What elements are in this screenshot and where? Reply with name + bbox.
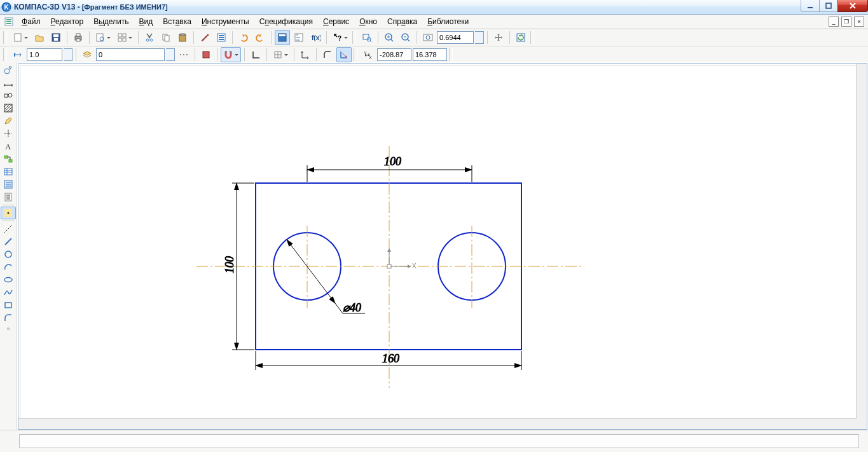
zoom-out-button[interactable] bbox=[398, 30, 413, 45]
dim-diameter: ⌀40 bbox=[343, 301, 361, 314]
round-button[interactable] bbox=[320, 47, 335, 62]
param-button[interactable] bbox=[336, 47, 352, 62]
toolbar-grip[interactable] bbox=[449, 48, 453, 61]
toolbar-grip[interactable] bbox=[3, 31, 7, 44]
spec-tool[interactable] bbox=[1, 178, 16, 191]
link-tool[interactable] bbox=[1, 153, 16, 165]
brush-button[interactable] bbox=[197, 30, 212, 45]
app-menu-icon[interactable] bbox=[1, 14, 17, 29]
line-scale-dropdown[interactable] bbox=[64, 48, 72, 61]
line-scale-input[interactable] bbox=[27, 48, 62, 61]
zoom-in-button[interactable] bbox=[382, 30, 397, 45]
variables-button[interactable]: f(x) bbox=[308, 30, 323, 45]
style-input[interactable] bbox=[96, 48, 165, 61]
point-tool[interactable] bbox=[1, 207, 16, 219]
mdi-restore[interactable]: ❐ bbox=[841, 17, 851, 27]
svg-line-85 bbox=[335, 303, 343, 313]
canvas[interactable]: 100 100 160 ⌀40 X bbox=[18, 63, 867, 430]
manager-button[interactable] bbox=[275, 30, 290, 45]
layer-button[interactable] bbox=[79, 47, 95, 62]
svg-rect-58 bbox=[4, 156, 8, 158]
toolbar-grip[interactable] bbox=[354, 48, 357, 61]
menu-editor[interactable]: Редактор bbox=[46, 16, 89, 27]
coord-x-input[interactable] bbox=[377, 48, 411, 61]
minimize-button[interactable] bbox=[801, 0, 820, 12]
snap-toggle-button[interactable] bbox=[221, 47, 241, 62]
toolbar-grip[interactable] bbox=[352, 31, 356, 44]
status-panel bbox=[19, 434, 859, 448]
help-context-button[interactable]: ? bbox=[330, 30, 350, 45]
pan-button[interactable] bbox=[491, 30, 506, 45]
toolbar-grip[interactable] bbox=[530, 31, 534, 44]
open-button[interactable] bbox=[32, 30, 47, 45]
symbol-tool[interactable] bbox=[1, 89, 16, 102]
circle-tool[interactable] bbox=[1, 248, 16, 261]
tree-button[interactable] bbox=[291, 30, 307, 45]
scrollbar-horizontal[interactable] bbox=[18, 418, 857, 429]
text-tool[interactable]: A bbox=[1, 140, 16, 153]
vertical-toolbox: A » bbox=[0, 62, 17, 430]
ellipse-tool[interactable] bbox=[1, 273, 16, 286]
scrollbar-vertical[interactable] bbox=[856, 64, 867, 419]
menu-tools[interactable]: Инструменты bbox=[196, 16, 254, 27]
paste-button[interactable] bbox=[175, 30, 190, 45]
menu-select[interactable]: Выделить bbox=[88, 16, 134, 27]
spline-tool[interactable] bbox=[1, 286, 16, 299]
geometry-tool[interactable] bbox=[1, 64, 16, 76]
arc-tool[interactable] bbox=[1, 261, 16, 273]
report-tool[interactable] bbox=[1, 191, 16, 203]
table-tool[interactable] bbox=[1, 165, 16, 178]
coord-y-input[interactable] bbox=[413, 48, 447, 61]
style-dropdown[interactable] bbox=[166, 48, 175, 61]
ortho-button[interactable] bbox=[248, 47, 263, 62]
drawing-mgr-button[interactable] bbox=[114, 30, 135, 45]
properties-button[interactable] bbox=[214, 30, 229, 45]
dimension-tool[interactable] bbox=[1, 76, 16, 89]
save-button[interactable] bbox=[48, 30, 64, 45]
zoom-dropdown[interactable] bbox=[475, 31, 484, 44]
menu-help[interactable]: Справка bbox=[382, 16, 422, 27]
more-tools-chevron[interactable]: » bbox=[6, 325, 10, 332]
svg-rect-54 bbox=[4, 94, 8, 97]
line-tool[interactable] bbox=[1, 235, 16, 248]
local-cs-button[interactable] bbox=[298, 47, 313, 62]
svg-point-55 bbox=[8, 93, 12, 97]
svg-rect-43 bbox=[14, 53, 15, 57]
menu-service[interactable]: Сервис bbox=[318, 16, 354, 27]
mdi-close[interactable]: × bbox=[854, 17, 864, 27]
svg-point-44 bbox=[180, 54, 181, 55]
menu-spec[interactable]: Спецификация bbox=[254, 16, 318, 27]
copy-button[interactable] bbox=[158, 30, 174, 45]
hatch-tool[interactable] bbox=[1, 102, 16, 114]
maximize-button[interactable] bbox=[819, 0, 838, 12]
preview-button[interactable] bbox=[93, 30, 113, 45]
zoom-window-button[interactable] bbox=[359, 30, 375, 45]
mdi-minimize[interactable]: _ bbox=[829, 17, 839, 27]
fillet-tool[interactable] bbox=[1, 312, 16, 324]
edit-tool[interactable] bbox=[1, 114, 16, 127]
redo-button[interactable] bbox=[252, 30, 268, 45]
cut-button[interactable] bbox=[142, 30, 157, 45]
close-button[interactable] bbox=[837, 0, 868, 12]
zoom-fit-button[interactable] bbox=[420, 30, 436, 45]
new-button[interactable] bbox=[10, 30, 31, 45]
toolbar-grip[interactable] bbox=[3, 48, 7, 61]
document-title: [Фрагмент БЕЗ ИМЕНИ7] bbox=[82, 3, 168, 11]
step-button[interactable] bbox=[10, 47, 25, 62]
axis-tool[interactable] bbox=[1, 127, 16, 140]
menu-window[interactable]: Окно bbox=[354, 16, 382, 27]
aux-line-tool[interactable] bbox=[1, 223, 16, 235]
menu-view[interactable]: Вид bbox=[134, 16, 158, 27]
style-more-button[interactable] bbox=[176, 47, 191, 62]
svg-text:K: K bbox=[4, 4, 9, 11]
zoom-input[interactable] bbox=[437, 31, 474, 44]
print-button[interactable] bbox=[71, 30, 86, 45]
grid-button[interactable] bbox=[270, 47, 291, 62]
stop-button[interactable] bbox=[198, 47, 214, 62]
undo-button[interactable] bbox=[236, 30, 251, 45]
menu-insert[interactable]: Вставка bbox=[158, 16, 196, 27]
menu-file[interactable]: Файл bbox=[17, 16, 46, 27]
refresh-button[interactable] bbox=[513, 30, 528, 45]
menu-libraries[interactable]: Библиотеки bbox=[422, 16, 474, 27]
rect-tool[interactable] bbox=[1, 299, 16, 312]
